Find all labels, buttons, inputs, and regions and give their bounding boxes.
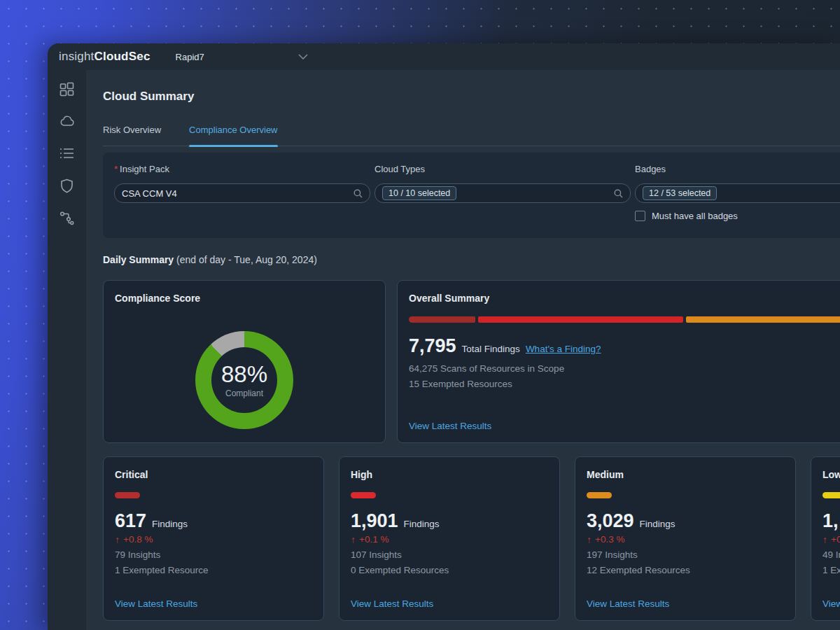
overall-summary-card: Overall Summary 7,795 Total Findings Wha… <box>397 280 840 443</box>
must-have-all-badges-label: Must have all badges <box>652 211 738 221</box>
exempted-resources: 15 Exempted Resources <box>409 378 840 391</box>
change-value: +0.8 % <box>123 533 153 546</box>
change-row: ↑ +0.1 % <box>351 533 548 546</box>
cloud-types-field: Cloud Types 10 / 10 selected <box>374 164 631 221</box>
findings-value: 617 <box>115 510 146 532</box>
sidebar <box>48 70 86 630</box>
change-row: ↑ +0.8 % <box>115 533 312 546</box>
low-card: Low 1, Findings ↑ +0 49 Insights 1 Exemp… <box>811 456 840 621</box>
view-latest-results-link[interactable]: View Latest Results <box>115 598 312 609</box>
insights-count: 197 Insights <box>587 549 784 561</box>
tab-compliance-overview[interactable]: Compliance Overview <box>189 125 277 146</box>
app-window: insightCloudSec Rapid7 <box>48 43 840 630</box>
title-bar: insightCloudSec Rapid7 <box>48 43 840 70</box>
severity-title: Critical <box>115 468 312 481</box>
total-findings-value: 7,795 <box>409 335 456 357</box>
severity-distribution-bar <box>409 316 840 323</box>
arrow-up-icon: ↑ <box>351 535 356 545</box>
app-logo: insightCloudSec <box>59 50 150 64</box>
logo-cloudsec: CloudSec <box>94 50 150 63</box>
change-row: ↑ +0.3 % <box>587 533 784 546</box>
medium-card: Medium 3,029 Findings ↑ +0.3 % 197 Insig… <box>575 456 796 621</box>
findings-label: Findings <box>152 519 188 529</box>
severity-title: Medium <box>587 468 784 481</box>
change-value: +0 <box>831 533 840 546</box>
severity-pill <box>351 492 376 498</box>
bar-segment-medium <box>686 316 840 323</box>
insight-pack-value: CSA CCM V4 <box>122 188 177 199</box>
insights-count: 107 Insights <box>351 549 548 561</box>
total-findings-label: Total Findings <box>462 344 520 354</box>
view-latest-results-link[interactable]: View Latest Results <box>409 421 840 431</box>
search-icon <box>354 189 363 198</box>
cloud-icon[interactable] <box>59 113 75 129</box>
severity-pill <box>822 492 840 498</box>
severity-pill <box>115 492 140 498</box>
must-have-all-badges-row: Must have all badges <box>635 211 840 221</box>
exempted-count: 1 Exempted Resource <box>822 564 840 577</box>
badges-chip[interactable]: 12 / 53 selected <box>643 186 717 200</box>
findings-label: Findings <box>640 519 676 529</box>
required-asterisk: * <box>114 164 118 174</box>
compliance-score-title: Compliance Score <box>115 292 374 304</box>
org-selector[interactable] <box>298 54 308 59</box>
exempted-count: 1 Exempted Resource <box>115 564 312 577</box>
severity-pill <box>587 492 612 498</box>
daily-summary-heading: Daily Summary (end of day - Tue, Aug 20,… <box>103 253 840 266</box>
chevron-down-icon <box>298 54 308 59</box>
search-icon <box>614 189 623 198</box>
cloud-types-input[interactable]: 10 / 10 selected <box>374 183 631 203</box>
list-icon[interactable] <box>59 146 75 161</box>
findings-label: Findings <box>404 519 440 529</box>
org-name: Rapid7 <box>176 52 204 62</box>
compliance-score-card: Compliance Score 88% Compliant <box>103 280 386 443</box>
page-title: Cloud Summary <box>103 90 840 104</box>
bar-segment-critical <box>409 316 475 323</box>
compliance-donut-chart: 88% Compliant <box>195 331 293 429</box>
badges-field: Badges 12 / 53 selected Must have all ba… <box>635 164 840 221</box>
tab-bar: Risk Overview Compliance Overview <box>103 125 840 146</box>
insight-pack-input[interactable]: CSA CCM V4 <box>114 183 370 203</box>
insights-count: 79 Insights <box>115 549 312 561</box>
high-card: High 1,901 Findings ↑ +0.1 % 107 Insight… <box>339 456 560 621</box>
scans-in-scope: 64,275 Scans of Resources in Scope <box>409 363 840 375</box>
exempted-count: 0 Exempted Resources <box>351 564 548 577</box>
severity-title: High <box>351 468 548 481</box>
arrow-up-icon: ↑ <box>115 535 120 545</box>
daily-summary-subtitle: (end of day - Tue, Aug 20, 2024) <box>174 254 317 265</box>
workflow-icon[interactable] <box>59 210 75 225</box>
bar-segment-high <box>478 316 683 323</box>
logo-insight: insight <box>59 50 94 63</box>
main-content: Cloud Summary Risk Overview Compliance O… <box>86 70 840 630</box>
compliance-percent: 88% <box>221 362 267 387</box>
findings-value: 3,029 <box>587 510 634 532</box>
critical-card: Critical 617 Findings ↑ +0.8 % 79 Insigh… <box>103 456 324 621</box>
shield-icon[interactable] <box>59 178 75 193</box>
arrow-up-icon: ↑ <box>587 535 592 545</box>
change-value: +0.3 % <box>595 533 624 546</box>
arrow-up-icon: ↑ <box>822 535 827 545</box>
view-latest-results-link[interactable]: View Latest Results <box>822 598 840 609</box>
cloud-types-chip[interactable]: 10 / 10 selected <box>382 186 456 200</box>
insight-pack-label: *Insight Pack <box>114 164 370 175</box>
badges-input[interactable]: 12 / 53 selected <box>635 183 840 203</box>
daily-summary-title: Daily Summary <box>103 254 174 265</box>
filter-panel: *Insight Pack CSA CCM V4 Cloud Types 10 … <box>103 153 840 238</box>
insights-count: 49 Insights <box>822 549 840 561</box>
overall-summary-title: Overall Summary <box>409 292 840 304</box>
view-latest-results-link[interactable]: View Latest Results <box>587 598 784 609</box>
tab-risk-overview[interactable]: Risk Overview <box>103 125 161 146</box>
must-have-all-badges-checkbox[interactable] <box>635 211 645 221</box>
findings-value: 1, <box>822 510 839 532</box>
whats-a-finding-link[interactable]: What's a Finding? <box>526 344 601 354</box>
findings-value: 1,901 <box>351 510 398 532</box>
compliance-caption: Compliant <box>225 388 263 399</box>
insight-pack-field: *Insight Pack CSA CCM V4 <box>114 164 370 221</box>
exempted-count: 12 Exempted Resources <box>587 564 784 577</box>
badges-label: Badges <box>635 164 840 175</box>
view-latest-results-link[interactable]: View Latest Results <box>351 598 548 609</box>
change-row: ↑ +0 <box>822 533 840 546</box>
dashboard-icon[interactable] <box>59 81 75 97</box>
change-value: +0.1 % <box>359 533 388 546</box>
cloud-types-label: Cloud Types <box>374 164 631 175</box>
